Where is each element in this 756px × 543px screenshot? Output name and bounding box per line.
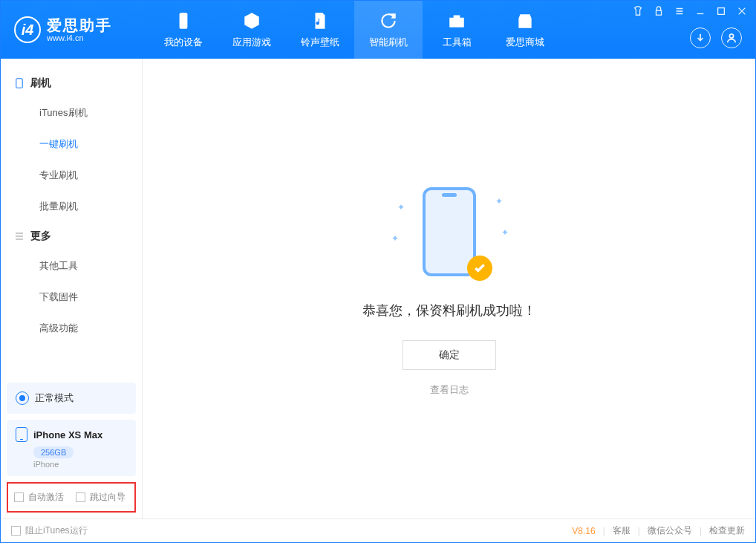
- version-label: V8.16: [572, 526, 595, 536]
- checkbox-icon: [14, 492, 24, 502]
- svg-rect-0: [180, 13, 188, 29]
- tab-store[interactable]: 爱思商城: [491, 1, 559, 59]
- cube-icon: [241, 10, 262, 31]
- nav-tabs: 我的设备 应用游戏 铃声壁纸 智能刷机 工具箱 爱思商城: [149, 1, 559, 59]
- sidebar-item-download-firmware[interactable]: 下载固件: [1, 282, 142, 313]
- tab-ringtones[interactable]: 铃声壁纸: [286, 1, 354, 59]
- mode-indicator-icon: [16, 391, 29, 405]
- checkbox-label: 阻止iTunes运行: [25, 524, 88, 537]
- tab-label: 铃声壁纸: [301, 36, 339, 49]
- footer-bar: 阻止iTunes运行 V8.16 | 客服 | 微信公众号 | 检查更新: [1, 518, 755, 542]
- store-icon: [515, 10, 535, 31]
- checkbox-block-itunes[interactable]: 阻止iTunes运行: [11, 524, 88, 537]
- options-row-highlighted: 自动激活 跳过向导: [7, 482, 136, 513]
- sparkle-icon: ✦: [495, 196, 503, 207]
- checkbox-icon: [76, 492, 85, 502]
- main-content: ✦ ✦ ✦ ✦ 恭喜您，保资料刷机成功啦！ 确定 查看日志: [143, 59, 755, 518]
- device-icon: [173, 10, 194, 31]
- tab-label: 应用游戏: [232, 36, 271, 49]
- body: 刷机 iTunes刷机 一键刷机 专业刷机 批量刷机 更多 其他工具 下载固件 …: [1, 59, 755, 518]
- tab-smart-flash[interactable]: 智能刷机: [354, 1, 423, 59]
- checkbox-icon: [11, 526, 21, 536]
- user-icon[interactable]: [721, 27, 742, 48]
- wechat-link[interactable]: 微信公众号: [648, 524, 692, 537]
- success-message: 恭喜您，保资料刷机成功啦！: [362, 302, 536, 319]
- shirt-icon[interactable]: [632, 5, 644, 17]
- device-name: iPhone XS Max: [33, 429, 102, 440]
- app-title: 爱思助手: [47, 17, 112, 33]
- minimize-icon[interactable]: [694, 5, 706, 17]
- tab-toolbox[interactable]: 工具箱: [423, 1, 491, 59]
- device-row: iPhone XS Max: [16, 427, 127, 442]
- tab-label: 爱思商城: [506, 36, 544, 49]
- success-illustration: ✦ ✦ ✦ ✦: [390, 181, 509, 285]
- sidebar-item-one-click-flash[interactable]: 一键刷机: [1, 129, 142, 160]
- phone-outline-icon: [14, 78, 25, 88]
- svg-rect-2: [718, 8, 725, 15]
- section-label: 刷机: [30, 77, 51, 90]
- support-link[interactable]: 客服: [613, 524, 630, 537]
- window-controls: [632, 5, 748, 17]
- sidebar-item-batch-flash[interactable]: 批量刷机: [1, 191, 142, 222]
- mode-label: 正常模式: [35, 391, 74, 405]
- sidebar-item-other-tools[interactable]: 其他工具: [1, 250, 142, 282]
- tab-my-device[interactable]: 我的设备: [149, 1, 218, 59]
- mode-card[interactable]: 正常模式: [7, 383, 136, 414]
- app-subtitle: www.i4.cn: [47, 33, 112, 42]
- footer-right: V8.16 | 客服 | 微信公众号 | 检查更新: [572, 524, 745, 537]
- device-card[interactable]: iPhone XS Max 256GB iPhone: [7, 420, 136, 476]
- music-file-icon: [310, 10, 330, 31]
- sidebar-item-pro-flash[interactable]: 专业刷机: [1, 160, 142, 191]
- toolbox-icon: [446, 10, 467, 31]
- sidebar-item-advanced[interactable]: 高级功能: [1, 313, 142, 344]
- download-icon[interactable]: [690, 27, 711, 48]
- tab-label: 我的设备: [164, 36, 203, 49]
- maximize-icon[interactable]: [715, 5, 727, 17]
- phone-icon: [16, 427, 27, 442]
- check-badge-icon: [467, 256, 492, 281]
- device-type: iPhone: [33, 460, 127, 469]
- checkbox-auto-activate[interactable]: 自动激活: [14, 491, 64, 504]
- sidebar-section-more: 更多: [1, 222, 142, 250]
- ok-button[interactable]: 确定: [403, 340, 496, 370]
- sparkle-icon: ✦: [501, 227, 509, 238]
- checkbox-skip-wizard[interactable]: 跳过向导: [76, 491, 126, 504]
- sidebar-scroll: 刷机 iTunes刷机 一键刷机 专业刷机 批量刷机 更多 其他工具 下载固件 …: [1, 59, 142, 377]
- refresh-shield-icon: [378, 10, 399, 31]
- header-actions: [690, 27, 742, 48]
- close-icon[interactable]: [736, 5, 748, 17]
- tab-label: 智能刷机: [369, 36, 408, 49]
- svg-rect-1: [656, 10, 662, 15]
- lock-icon[interactable]: [653, 5, 665, 17]
- list-icon: [14, 231, 25, 241]
- app-logo-icon: i4: [14, 16, 41, 43]
- menu-icon[interactable]: [674, 5, 685, 17]
- check-update-link[interactable]: 检查更新: [709, 524, 745, 537]
- tab-label: 工具箱: [443, 36, 472, 49]
- sidebar-bottom: 正常模式 iPhone XS Max 256GB iPhone 自动激活: [1, 377, 142, 518]
- app-window: i4 爱思助手 www.i4.cn 我的设备 应用游戏 铃声壁纸 智能刷机: [0, 0, 756, 543]
- sparkle-icon: ✦: [397, 202, 405, 212]
- sidebar-section-flash: 刷机: [1, 69, 142, 97]
- logo-text: 爱思助手 www.i4.cn: [47, 17, 112, 42]
- sparkle-icon: ✦: [391, 233, 399, 244]
- tab-apps-games[interactable]: 应用游戏: [218, 1, 286, 59]
- header-bar: i4 爱思助手 www.i4.cn 我的设备 应用游戏 铃声壁纸 智能刷机: [1, 1, 755, 59]
- section-label: 更多: [30, 230, 51, 243]
- svg-point-3: [729, 34, 733, 38]
- logo-area: i4 爱思助手 www.i4.cn: [1, 16, 149, 43]
- sidebar: 刷机 iTunes刷机 一键刷机 专业刷机 批量刷机 更多 其他工具 下载固件 …: [1, 59, 143, 518]
- checkbox-label: 自动激活: [28, 491, 64, 504]
- sidebar-item-itunes-flash[interactable]: iTunes刷机: [1, 97, 142, 129]
- device-capacity-badge: 256GB: [33, 446, 74, 458]
- svg-rect-4: [16, 79, 22, 88]
- view-log-link[interactable]: 查看日志: [430, 383, 469, 397]
- checkbox-label: 跳过向导: [90, 491, 126, 504]
